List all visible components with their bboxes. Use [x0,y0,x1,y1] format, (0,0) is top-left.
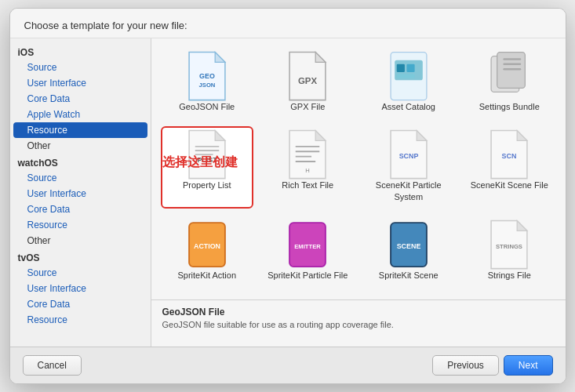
header-text: Choose a template for your new file: [24,20,187,31]
icon-item-gpx[interactable]: GPX GPX File [261,48,355,118]
sidebar-section-ios: iOS [10,43,151,60]
icon-label-gpx: GPX File [290,101,325,112]
description-text: GeoJSON file suitable for use as a routi… [162,320,555,329]
icon-label-geojson: GeoJSON File [179,101,235,112]
icon-item-strings-file[interactable]: STRINGS Strings File [463,216,556,287]
nav-buttons: Previous Next [432,355,552,376]
icon-image-scenekit-scene: SCN [487,132,531,176]
svg-text:STRINGS: STRINGS [496,243,522,250]
icon-label-strings-file: Strings File [488,270,531,281]
dialog-header: Choose a template for your new file: [10,9,566,38]
cancel-button[interactable]: Cancel [23,355,82,376]
svg-rect-10 [504,58,522,60]
sidebar-item-watchos-source[interactable]: Source [10,170,151,186]
sidebar-item-ios-resource[interactable]: Resource [13,122,147,138]
sidebar-section-tvos: tvOS [10,249,151,265]
sidebar-item-tvos-coredata[interactable]: Core Data [10,296,151,312]
sidebar-item-tvos-ui[interactable]: User Interface [10,281,151,296]
icon-image-property-list: PLIST [185,132,229,176]
icon-item-spritekit-action[interactable]: ACTION SpriteKit Action [161,216,254,287]
svg-text:SCNP: SCNP [398,152,418,160]
icon-item-property-list[interactable]: PLIST Property List [161,126,254,209]
icon-label-spritekit-scene: SpriteKit Scene [379,270,439,281]
sidebar-item-ios-other[interactable]: Other [10,138,151,154]
sidebar-item-watchos-ui[interactable]: User Interface [10,186,151,201]
svg-rect-6 [406,64,414,72]
svg-text:ACTION: ACTION [194,242,220,250]
icon-grid: GEO JSON GeoJSON File GPX GPX File Asset… [151,38,566,296]
sidebar: iOSSourceUser InterfaceCore DataApple Wa… [10,38,151,347]
icon-image-spritekit-particle-file: EMITTER [286,223,329,267]
next-button[interactable]: Next [504,355,553,376]
icon-item-spritekit-particle-file[interactable]: EMITTER SpriteKit Particle File [261,216,355,287]
icon-label-rich-text: Rich Text File [282,180,333,191]
svg-text:SCENE: SCENE [396,242,420,250]
svg-text:GPX: GPX [298,76,318,85]
sidebar-item-watchos-resource[interactable]: Resource [10,217,151,233]
icon-image-asset-catalog [387,54,431,98]
sidebar-section-watchos: watchOS [10,154,151,170]
sidebar-item-watchos-other[interactable]: Other [10,233,151,249]
sidebar-item-watchos-coredata[interactable]: Core Data [10,201,151,217]
icon-label-spritekit-action: SpriteKit Action [177,270,236,281]
icon-label-spritekit-particle-file: SpriteKit Particle File [267,270,348,281]
icon-image-gpx: GPX [286,54,329,98]
icon-item-spritekit-scene[interactable]: SCENE SpriteKit Scene [362,216,456,287]
icon-image-spritekit-scene: SCENE [387,223,431,267]
icon-label-scenekit-scene: SceneKit Scene File [471,180,548,191]
icon-item-scenekit-particle[interactable]: SCNP SceneKit Particle System [362,126,456,209]
icon-item-scenekit-scene[interactable]: SCN SceneKit Scene File [463,126,556,209]
content-area: GEO JSON GeoJSON File GPX GPX File Asset… [151,38,566,347]
icon-item-settings-bundle[interactable]: Settings Bundle [463,48,556,118]
sidebar-item-ios-source[interactable]: Source [10,60,151,75]
template-dialog: Choose a template for your new file: iOS… [9,8,566,384]
icon-item-asset-catalog[interactable]: Asset Catalog [362,48,456,118]
dialog-footer: Cancel Previous Next [10,347,566,383]
svg-rect-12 [504,68,522,71]
sidebar-item-tvos-source[interactable]: Source [10,265,151,281]
icon-label-asset-catalog: Asset Catalog [382,101,435,112]
description-bar: GeoJSON File GeoJSON file suitable for u… [151,299,566,347]
icon-item-geojson[interactable]: GEO JSON GeoJSON File [161,48,254,118]
icon-image-geojson: GEO JSON [185,54,229,98]
svg-rect-7 [396,74,414,78]
previous-button[interactable]: Previous [432,355,499,376]
icon-label-scenekit-particle: SceneKit Particle System [369,180,449,202]
sidebar-item-ios-ui[interactable]: User Interface [10,75,151,91]
icon-image-strings-file: STRINGS [487,223,531,267]
svg-text:PLIST: PLIST [197,156,217,164]
description-title: GeoJSON File [162,307,555,318]
svg-text:H: H [305,167,310,174]
icon-item-rich-text[interactable]: H Rich Text File [261,126,355,209]
icon-image-settings-bundle [487,54,531,98]
sidebar-item-tvos-resource[interactable]: Resource [10,312,151,328]
sidebar-item-ios-coredata[interactable]: Core Data [10,91,151,107]
svg-text:JSON: JSON [198,82,215,89]
icon-image-spritekit-action: ACTION [185,223,229,267]
icon-image-scenekit-particle: SCNP [387,132,431,176]
svg-text:EMITTER: EMITTER [295,243,322,250]
svg-rect-11 [504,63,522,65]
svg-rect-5 [396,64,404,72]
icon-label-settings-bundle: Settings Bundle [479,101,540,112]
svg-text:SCN: SCN [502,152,517,160]
dialog-body: iOSSourceUser InterfaceCore DataApple Wa… [10,38,566,347]
icon-image-rich-text: H [286,132,329,176]
sidebar-item-ios-applewatch[interactable]: Apple Watch [10,107,151,122]
svg-text:GEO: GEO [199,72,215,80]
icon-label-property-list: Property List [183,180,231,191]
